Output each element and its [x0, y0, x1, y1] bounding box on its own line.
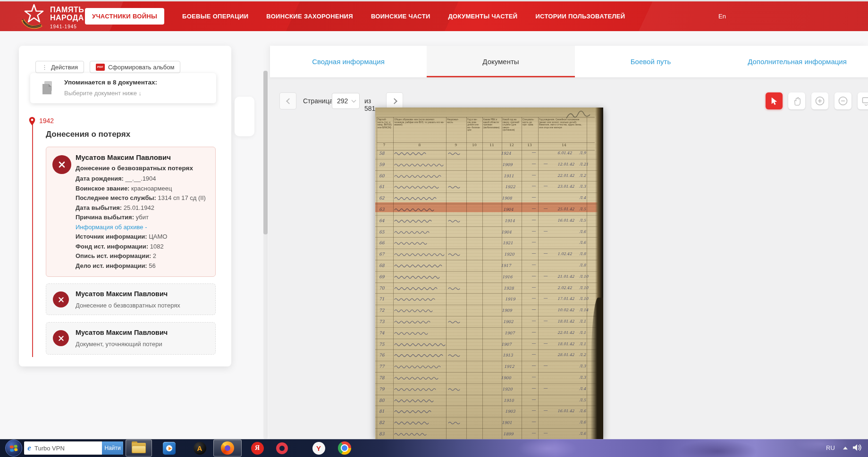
scan-column-header: Каким РВК и какой области призван (мобил…	[482, 117, 502, 142]
pan-tool-button[interactable]	[788, 92, 805, 109]
actions-label: Действия	[51, 64, 78, 71]
fit-screen-button[interactable]	[858, 92, 868, 109]
scan-row: 761913—28.01.42Л.2	[375, 350, 603, 361]
scan-column-header: Национал- ность	[446, 117, 466, 142]
taskbar-search-box[interactable]: e Turbo VPN Найти	[24, 441, 123, 455]
field: Причина выбытия: убит	[76, 213, 211, 223]
scan-row: 801910—Л.5	[375, 395, 603, 407]
archive-info-link[interactable]: Информация об архиве -	[76, 223, 211, 233]
yandex-intl-taskbar-button[interactable]: Y	[310, 440, 327, 457]
scan-column-number: 10	[472, 143, 477, 147]
firefox-icon	[221, 441, 234, 455]
scan-row: 731902——18.01.42Л.1	[375, 316, 603, 328]
windows-taskbar: e Turbo VPN Найти A Я Y RU	[0, 439, 868, 457]
person-documents-panel: ⋮ Действия PDF Сформировать альбом Упоми…	[19, 46, 231, 366]
chrome-taskbar-button[interactable]	[336, 440, 354, 457]
scan-column-number: 12	[509, 143, 514, 147]
create-album-button[interactable]: PDF Сформировать альбом	[90, 61, 180, 73]
firefox-taskbar-button[interactable]	[213, 440, 242, 457]
chrome-icon	[338, 441, 351, 455]
search-submit-button[interactable]: Найти	[102, 441, 123, 455]
keyboard-language-indicator[interactable]: RU	[826, 444, 835, 451]
scan-row: 591909——12.01.42Л.21	[375, 159, 603, 171]
tab[interactable]: Сводная информация	[270, 46, 427, 77]
killed-status-icon	[53, 330, 69, 346]
tab[interactable]: Боевой путь	[575, 46, 726, 77]
scan-row: 641914—16.01.42Л.5	[375, 216, 603, 227]
windows-logo-icon	[10, 444, 18, 451]
person-name: Мусатов Максим Павлович	[76, 329, 211, 336]
scan-rows: 581924—6.01.42Л.9591909——12.01.42Л.21601…	[375, 148, 603, 439]
screen: ПАМЯТЬ НАРОДА 1941-1945 УЧАСТНИКИ ВОЙНЫБ…	[0, 0, 868, 457]
main-nav: УЧАСТНИКИ ВОЙНЫБОЕВЫЕ ОПЕРАЦИИВОИНСКИЕ З…	[85, 1, 625, 31]
nav-item[interactable]: БОЕВЫЕ ОПЕРАЦИИ	[182, 13, 248, 20]
page-number-value: 292	[337, 97, 348, 105]
scan-column-header: Какой год на сверх- срочной службе (для …	[502, 117, 522, 142]
yandex-browser-taskbar-button[interactable]: Я	[249, 440, 265, 457]
aimp-icon: A	[194, 442, 206, 455]
scan-row: 791920——Л.4	[375, 384, 603, 395]
volume-icon[interactable]	[852, 443, 862, 452]
tab[interactable]: Документы	[427, 46, 575, 77]
logo-years: 1941-1945	[50, 23, 84, 31]
yandex-icon: Я	[251, 442, 264, 455]
nav-item[interactable]: ВОИНСКИЕ ЗАХОРОНЕНИЯ	[266, 13, 353, 20]
explorer-taskbar-button[interactable]	[126, 440, 152, 457]
scan-row: 701928—2.02.42Л.10	[375, 283, 603, 294]
scan-column-header: Год и ме- сяц рож- дения или мо- билиза-…	[466, 117, 482, 142]
scan-column-header: Партий- ность (чл. и канд. ВКП(б) или ВЛ…	[377, 117, 393, 142]
field: Воинское звание: красноармеец	[76, 184, 211, 194]
zoom-out-button[interactable]	[834, 92, 851, 109]
nav-item[interactable]: ИСТОРИИ ПОЛЬЗОВАТЕЛЕЙ	[535, 13, 625, 20]
tab-bar: Сводная информацияДокументыБоевой путьДо…	[270, 46, 868, 78]
search-query: Turbo VPN	[34, 445, 102, 452]
show-hidden-icons-button[interactable]	[843, 447, 848, 449]
zoom-in-button[interactable]	[811, 92, 828, 109]
create-album-label: Сформировать альбом	[108, 64, 174, 71]
opera-icon	[276, 442, 288, 454]
chevron-down-icon	[352, 98, 356, 103]
mentions-count: Упоминается в 8 документах:	[64, 79, 157, 86]
opera-taskbar-button[interactable]	[273, 440, 290, 457]
aimp-taskbar-button[interactable]: A	[192, 440, 208, 457]
scan-row: 581924—6.01.42Л.9	[375, 148, 603, 159]
media-player-taskbar-button[interactable]	[161, 440, 177, 457]
timeline-year: 1942	[39, 117, 54, 125]
document-card[interactable]: Мусатов Максим Павлович Документ, уточня…	[46, 322, 216, 355]
select-tool-button[interactable]	[766, 92, 783, 109]
next-page-button[interactable]	[386, 92, 403, 109]
scrollbar-thumb[interactable]	[263, 71, 268, 234]
document-card-selected[interactable]: Мусатов Максим Павлович Донесение о безв…	[46, 147, 216, 277]
tab[interactable]: Дополнительная информация	[726, 46, 868, 77]
pdf-icon: PDF	[96, 64, 105, 71]
start-button[interactable]	[5, 440, 22, 457]
logo-text: ПАМЯТЬ НАРОДА 1941-1945	[50, 6, 84, 31]
page-number-dropdown[interactable]: 292	[332, 93, 360, 109]
scan-row: 831899——Л.6	[375, 429, 603, 439]
actions-button[interactable]: ⋮ Действия	[35, 61, 84, 73]
scan-column-number: 11	[489, 143, 494, 147]
field: Опись ист. информации: 2	[76, 251, 211, 261]
field: Последнее место службы: 1314 сп 17 сд (I…	[76, 193, 211, 203]
internet-explorer-icon: e	[24, 443, 34, 453]
scan-column-header: Специаль- ность до при- зыва	[522, 117, 538, 142]
language-toggle[interactable]: En	[718, 13, 726, 20]
left-list-scrollbar[interactable]	[263, 71, 268, 439]
scan-row: 781900—Л.3	[375, 373, 603, 384]
nav-item[interactable]: ДОКУМЕНТЫ ЧАСТЕЙ	[448, 13, 518, 20]
document-card[interactable]: Мусатов Максим Павлович Донесение о безв…	[46, 283, 216, 315]
prev-page-button[interactable]	[279, 92, 296, 109]
nav-item[interactable]: ВОИНСКИЕ ЧАСТИ	[371, 13, 430, 20]
scan-row: 721909—10.02.42Л.14	[375, 305, 603, 316]
document-type: Донесение о безвозвратных потерях	[76, 302, 211, 309]
documents-icon	[41, 80, 55, 96]
zoom-out-icon	[838, 96, 848, 106]
scanned-document[interactable]: Партий- ность (чл. и канд. ВКП(б) или ВЛ…	[375, 108, 603, 439]
nav-item[interactable]: УЧАСТНИКИ ВОЙНЫ	[85, 8, 164, 25]
killed-status-icon	[53, 291, 69, 307]
scan-column-number: 9	[455, 143, 457, 147]
field: Фонд ист. информации: 1082	[76, 242, 211, 252]
scan-row: 821901—Л.6	[375, 417, 603, 429]
scan-row: 661921—Л.6	[375, 238, 603, 249]
scan-row: 711919——17.01.42Л.10	[375, 294, 603, 305]
